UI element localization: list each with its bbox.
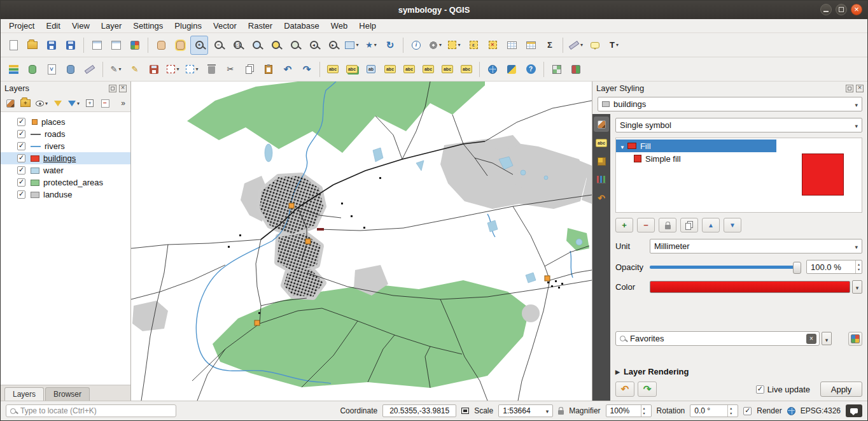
color-dropdown-button[interactable] [852,280,862,294]
live-update-checkbox[interactable] [756,385,764,394]
close-button[interactable] [851,4,862,15]
delete-selected-button[interactable] [202,60,220,79]
layer-item-landuse[interactable]: landuse [1,189,130,201]
apply-button[interactable]: Apply [820,382,862,397]
color-button[interactable] [650,281,850,293]
field-calculator-button[interactable] [522,36,540,55]
new-shapefile-layer-button[interactable]: V [43,60,60,79]
maximize-button[interactable] [836,4,847,15]
layer-item-water[interactable]: water [1,164,130,176]
menu-view[interactable]: View [66,20,95,32]
identify-features-button[interactable]: i [407,36,425,55]
symbology-tab[interactable] [594,117,609,132]
layer-checkbox[interactable] [17,130,25,138]
pin-unpin-labels-button[interactable]: abc [381,60,399,79]
menu-vector[interactable]: Vector [207,20,242,32]
layer-checkbox[interactable] [17,178,25,187]
save-layer-edits-button[interactable] [145,60,163,79]
filter-by-expression-button-dropdown[interactable]: ▾ [77,101,80,106]
unit-select[interactable]: Millimeter [650,239,862,253]
live-update-control[interactable]: Live update [756,385,810,394]
layer-checkbox[interactable] [17,154,25,162]
scale-lock-icon[interactable] [558,410,564,415]
measure-button[interactable]: ▾ [567,36,585,55]
symbol-tree-item-fill[interactable]: Fill [616,139,776,152]
layers-toolbar-overflow-button[interactable]: » [118,99,128,108]
styling-layer-select[interactable]: buildings [598,97,862,111]
filter-by-expression-button[interactable]: ▾ [66,96,81,110]
new-virtual-layer-button[interactable] [81,60,99,79]
open-project-button[interactable] [24,36,41,55]
opacity-slider[interactable] [650,266,800,269]
select-by-expression-button[interactable]: ε [465,36,482,55]
change-label-button[interactable]: abc [458,60,475,79]
zoom-last-button[interactable]: ◂ [305,36,323,55]
open-style-manager-button[interactable] [848,332,862,346]
run-feature-action-button[interactable]: ▾ [426,36,444,55]
add-group-button[interactable]: + [18,96,32,110]
styling-panel-close-icon[interactable] [856,85,864,92]
layer-checkbox[interactable] [17,118,25,126]
layers-panel-close-icon[interactable] [119,85,127,92]
menu-layer[interactable]: Layer [95,20,128,32]
map-tips-button[interactable] [586,36,604,55]
style-undo-button[interactable]: ↶ [615,382,634,397]
digitize-with-segment-button-dropdown[interactable]: ▾ [176,66,179,72]
scale-select[interactable]: 1:53664 [498,404,553,417]
history-tab[interactable]: ↶ [594,190,609,206]
menu-edit[interactable]: Edit [40,20,66,32]
menu-web[interactable]: Web [325,20,354,32]
vertex-tool-button-dropdown[interactable]: ▾ [195,66,198,72]
rotation-spinbox[interactable]: 0.0 ° [690,404,738,417]
plugin-tools-button[interactable] [567,60,585,79]
remove-layer-button[interactable]: − [98,96,112,110]
add-symbol-layer-button[interactable]: + [615,218,633,232]
remove-symbol-layer-button[interactable]: − [637,218,655,232]
open-attribute-table-button[interactable] [503,36,521,55]
select-features-button[interactable]: ▾ [445,36,463,55]
symbols-search-input[interactable]: Favorites × [615,331,820,346]
filter-legend-button[interactable] [51,96,65,110]
menu-help[interactable]: Help [353,20,382,32]
zoom-in-button[interactable]: + [190,36,208,55]
statistical-summary-button[interactable]: Σ [541,36,559,55]
menu-database[interactable]: Database [278,20,325,32]
redo-button[interactable]: ↷ [298,60,316,79]
favorites-dropdown-button[interactable] [822,332,832,345]
layer-checkbox[interactable] [17,166,25,175]
clear-search-icon[interactable]: × [806,334,816,344]
view-3d-tab[interactable] [594,153,609,169]
coordinate-input[interactable]: 20.5355,-33.9815 [382,404,456,417]
menu-project[interactable]: Project [3,20,40,32]
spinner-arrows-icon[interactable] [855,260,862,273]
layer-item-rivers[interactable]: rivers [1,140,130,152]
manage-map-themes-button[interactable]: ▾ [34,96,50,110]
expander-icon[interactable] [620,141,625,151]
show-bookmarks-button[interactable]: ★▾ [362,36,380,55]
duplicate-symbol-layer-button[interactable] [680,218,698,232]
run-feature-action-button-dropdown[interactable]: ▾ [439,42,442,48]
zoom-out-button[interactable]: − [209,36,227,55]
layer-item-buildings[interactable]: buildings [1,152,130,164]
show-layout-manager-button[interactable] [107,36,125,55]
move-up-button[interactable]: ▲ [702,218,720,232]
refresh-map-button[interactable]: ↻ [381,36,399,55]
layer-checkbox[interactable] [17,142,25,150]
render-checkbox[interactable] [743,407,752,415]
new-spatialite-layer-button[interactable] [62,60,80,79]
styling-panel-float-icon[interactable] [846,85,853,92]
save-project-as-button[interactable] [62,36,80,55]
zoom-to-layer-button[interactable] [286,36,304,55]
select-features-button-dropdown[interactable]: ▾ [458,42,460,48]
toggle-editing-button[interactable]: ✎ [126,60,144,79]
layer-diagram-button[interactable]: abc [343,60,361,79]
python-console-button[interactable] [503,60,521,79]
show-hide-labels-button[interactable]: abc [400,60,418,79]
layer-item-roads[interactable]: roads [1,128,130,140]
style-redo-button[interactable]: ↷ [638,382,657,397]
magnifier-spinbox[interactable]: 100% [606,404,652,417]
zoom-full-button[interactable] [248,36,265,55]
spinner-arrows-icon[interactable] [727,405,734,417]
current-edits-button-dropdown[interactable]: ▾ [118,66,121,72]
layers-panel-float-icon[interactable] [109,85,116,92]
